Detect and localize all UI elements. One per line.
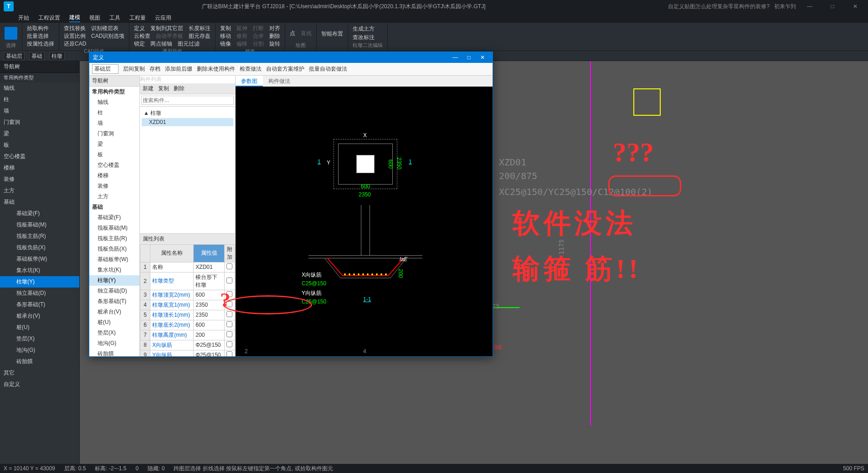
length-dim[interactable]: 长度标注 — [189, 25, 211, 32]
nav-sub-1[interactable]: 筏板基础(M) — [0, 219, 79, 231]
dlg-nav-9[interactable]: 土方 — [89, 191, 139, 202]
menu-cloud[interactable]: 云应用 — [155, 14, 171, 22]
nav-sub-11[interactable]: 垫层(X) — [0, 333, 79, 344]
break[interactable]: 打断 — [253, 25, 264, 32]
dialog-minimize[interactable]: — — [449, 54, 462, 61]
prop-check[interactable] — [226, 351, 232, 356]
prop-check[interactable] — [226, 321, 232, 327]
find-replace[interactable]: 查找替换 — [64, 25, 86, 32]
nav-axis[interactable]: 轴线 — [0, 82, 79, 94]
nav-sub-4[interactable]: 基础板带(W) — [0, 253, 79, 265]
prop-check[interactable] — [226, 291, 232, 297]
menu-project[interactable]: 工程设置 — [38, 14, 60, 22]
nav-sub-5[interactable]: 集水坑(K) — [0, 265, 79, 276]
copy[interactable]: 复制 — [220, 25, 231, 32]
dlg-nav-tree[interactable]: 常用构件类型 轴线 柱 墙 门窗洞 梁 板 空心楼盖 楼梯 装修 土方 基础 基… — [89, 87, 139, 356]
auto-level[interactable]: 自动平齐板 — [156, 32, 183, 40]
dlg-nav-10[interactable]: 基础 — [89, 202, 139, 212]
delete[interactable]: 删除 — [269, 32, 280, 40]
gen-earthwork[interactable]: 生成土方 — [353, 25, 375, 33]
dlg-archive[interactable]: 存档 — [149, 65, 160, 73]
dlg-nav-3[interactable]: 门窗洞 — [89, 129, 139, 139]
elem-filter[interactable]: 图元过滤 — [178, 40, 200, 48]
dlg-auto-maintain[interactable]: 自动套方案维护 — [266, 65, 304, 73]
dlg-batch-auto[interactable]: 批量自动套做法 — [309, 65, 347, 73]
dlg-nav-4[interactable]: 梁 — [89, 139, 139, 149]
extend[interactable]: 延伸 — [236, 25, 247, 32]
dlg-search-input[interactable] — [141, 96, 234, 105]
define[interactable]: 定义 — [134, 25, 145, 32]
nav-foundation[interactable]: 基础 — [0, 196, 79, 208]
dlg-nav-1[interactable]: 柱 — [89, 108, 139, 118]
point[interactable]: 点 — [290, 30, 295, 37]
dlg-sub-13[interactable]: 砖胎膜 — [89, 349, 139, 356]
restore-cad[interactable]: 还原CAD — [64, 40, 86, 48]
prop-row[interactable]: 8X向纵筋Φ25@150 — [140, 340, 235, 350]
dlg-prop-table[interactable]: 属性名称 属性值 附加 1名称XZD012柱墩类型棱台形下柱墩3柱墩顶宽2(mm… — [140, 244, 235, 357]
dlg-sub-8[interactable]: 条形基础(T) — [89, 296, 139, 307]
nav-other[interactable]: 其它 — [0, 367, 79, 379]
prop-row[interactable]: 2柱墩类型棱台形下柱墩 — [140, 272, 235, 290]
prop-row[interactable]: 1名称XZD01 — [140, 262, 235, 272]
nav-sub-3[interactable]: 筏板负筋(X) — [0, 242, 79, 253]
nav-sub-7[interactable]: 独立基础(D) — [0, 288, 79, 299]
lock[interactable]: 锁定 — [134, 40, 145, 48]
dialog-close[interactable]: ✕ — [476, 54, 489, 61]
maximize-button[interactable]: □ — [823, 3, 842, 10]
nav-sub-0[interactable]: 基础梁(F) — [0, 208, 79, 219]
dlg-nav-5[interactable]: 板 — [89, 149, 139, 160]
nav-top[interactable]: 常用构件类型 — [0, 73, 79, 82]
dlg-sub-7[interactable]: 独立基础(D) — [89, 286, 139, 296]
copy-floor[interactable]: 复制到其它层 — [150, 25, 183, 32]
dlg-delete-button[interactable]: 删除 — [174, 85, 185, 93]
dlg-nav-0[interactable]: 轴线 — [89, 97, 139, 108]
dlg-sub-11[interactable]: 垫层(X) — [89, 328, 139, 338]
prop-select[interactable]: 按属性选择 — [27, 40, 54, 48]
nav-door[interactable]: 门窗洞 — [0, 117, 79, 128]
prop-row[interactable]: 6柱墩底长2(mm)600 — [140, 320, 235, 330]
dlg-comp-root[interactable]: ▲ 柱墩 — [142, 108, 233, 118]
dlg-nav-top[interactable]: 常用构件类型 — [89, 87, 139, 97]
nav-sub-6[interactable]: 柱墩(Y) — [0, 276, 79, 288]
nav-custom[interactable]: 自定义 — [0, 379, 79, 390]
prop-row[interactable]: 5柱墩顶长1(mm)2350 — [140, 310, 235, 320]
menu-tools[interactable]: 工具 — [109, 14, 120, 22]
merge[interactable]: 合并 — [253, 32, 264, 40]
dlg-sub-0[interactable]: 基础梁(F) — [89, 212, 139, 223]
dlg-sub-9[interactable]: 桩承台(V) — [89, 307, 139, 317]
dlg-sub-6[interactable]: 柱墩(Y) — [89, 275, 139, 286]
dlg-copy-floor[interactable]: 层间复制 — [123, 65, 145, 73]
split[interactable]: 分割 — [253, 40, 264, 48]
tab-method[interactable]: 构件做法 — [263, 76, 296, 87]
nav-stair[interactable]: 楼梯 — [0, 162, 79, 174]
dlg-copy-button[interactable]: 复制 — [158, 85, 169, 93]
nav-beam[interactable]: 梁 — [0, 128, 79, 139]
cad-options[interactable]: CAD识别选项 — [91, 32, 124, 40]
cloud-check[interactable]: 云检查 — [134, 32, 150, 40]
mirror[interactable]: 镜像 — [220, 40, 231, 48]
dlg-comp-item[interactable]: XZD01 — [142, 118, 233, 126]
nav-tree[interactable]: 轴线 柱 墙 门窗洞 梁 板 空心楼盖 楼梯 装修 土方 基础 基础梁(F) 筏… — [0, 82, 79, 464]
dlg-del-unused[interactable]: 删除未使用构件 — [197, 65, 235, 73]
dlg-sub-3[interactable]: 筏板负筋(X) — [89, 244, 139, 254]
prop-row[interactable]: 9Y向纵筋Φ25@150 — [140, 350, 235, 356]
nav-earth[interactable]: 土方 — [0, 185, 79, 196]
dialog-maximize[interactable]: □ — [462, 54, 475, 61]
two-point-axis[interactable]: 两点辅轴 — [150, 40, 172, 48]
nav-sub-9[interactable]: 桩承台(V) — [0, 310, 79, 322]
dlg-nav-8[interactable]: 装修 — [89, 181, 139, 191]
prop-check[interactable] — [226, 311, 232, 317]
offset[interactable]: 偏移 — [236, 40, 247, 48]
nav-wall[interactable]: 墙 — [0, 105, 79, 117]
elem-save[interactable]: 图元存盘 — [189, 32, 211, 40]
align[interactable]: 对齐 — [269, 25, 280, 32]
pick-comp[interactable]: 拾取构件 — [27, 25, 49, 32]
trim[interactable]: 修剪 — [236, 32, 247, 40]
menu-view[interactable]: 视图 — [89, 14, 100, 22]
dlg-sub-12[interactable]: 地沟(G) — [89, 338, 139, 349]
nav-sub-12[interactable]: 地沟(G) — [0, 344, 79, 356]
nav-column[interactable]: 柱 — [0, 94, 79, 105]
dlg-sub-1[interactable]: 筏板基础(M) — [89, 223, 139, 233]
check-dim[interactable]: 查改标注 — [353, 34, 375, 41]
dlg-nav-7[interactable]: 楼梯 — [89, 170, 139, 181]
